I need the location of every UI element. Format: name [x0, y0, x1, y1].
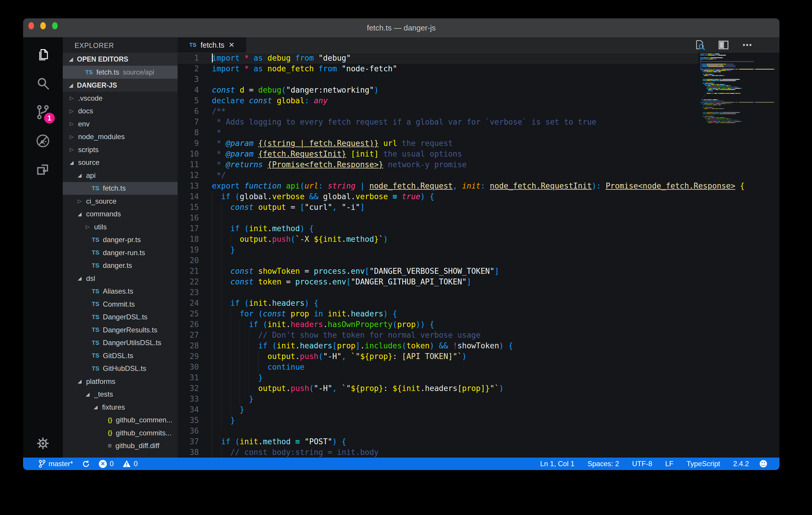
tree-item-github-commen-[interactable]: {}github_commen... — [63, 414, 178, 427]
code-line-21[interactable]: 21const showToken = process.env["DANGER_… — [178, 266, 779, 277]
split-editor-icon[interactable] — [718, 39, 729, 51]
code-line-6[interactable]: 6/** — [178, 106, 779, 117]
code-line-25[interactable]: 25for (const prop in init.headers) { — [178, 308, 779, 319]
tree-item-gitdsl-ts[interactable]: TSGitDSL.ts — [63, 349, 178, 362]
tree-item-label: utils — [94, 223, 107, 231]
explorer-icon[interactable] — [29, 40, 57, 69]
search-icon[interactable] — [29, 69, 57, 98]
tab-close-icon[interactable]: ✕ — [228, 41, 234, 49]
code-line-30[interactable]: 30continue — [178, 362, 779, 372]
tree-item-fixtures[interactable]: ◢fixtures — [63, 401, 178, 414]
tree-item-label: github_commen... — [116, 416, 173, 424]
status-item-1[interactable]: Spaces: 2 — [587, 460, 619, 468]
code-line-23[interactable]: 23 — [178, 287, 779, 298]
code-line-38[interactable]: 38// const body:string = init.body — [178, 447, 779, 458]
status-item-5[interactable]: 2.4.2 — [733, 460, 749, 468]
tree-item-fetch-ts[interactable]: TSfetch.ts — [63, 182, 178, 195]
code-line-35[interactable]: 35} — [178, 415, 779, 426]
code-line-13[interactable]: 13export function api(url: string | node… — [178, 180, 779, 191]
tree-item-dangerdsl-ts[interactable]: TSDangerDSL.ts — [63, 311, 178, 324]
tree-item-github-diff-diff[interactable]: ≡github_diff.diff — [63, 439, 178, 453]
tree-item-dangerresults-ts[interactable]: TSDangerResults.ts — [63, 323, 178, 337]
tree-item-node-modules[interactable]: ▷node_modules — [63, 131, 178, 144]
tree-item-scripts[interactable]: ▷scripts — [63, 143, 178, 156]
open-editors-header[interactable]: ◢ OPEN EDITORS — [63, 53, 178, 66]
tree-item-source[interactable]: ◢source — [63, 156, 178, 169]
code-line-14[interactable]: 14if (global.verbose && global.verbose ≡… — [178, 191, 779, 202]
code-line-12[interactable]: 12 */ — [178, 170, 779, 180]
tree-item--vscode[interactable]: ▷.vscode — [63, 92, 178, 105]
tree-item-githubdsl-ts[interactable]: TSGitHubDSL.ts — [63, 362, 178, 375]
errors-status[interactable]: ✕ 0 — [99, 460, 114, 468]
tree-item--tests[interactable]: ◢_tests — [63, 388, 178, 401]
code-line-15[interactable]: 15const output = ["curl", "-i"] — [178, 202, 779, 212]
tree-item-aliases-ts[interactable]: TSAliases.ts — [63, 285, 178, 298]
source-control-icon[interactable]: 1 — [29, 98, 57, 126]
tree-item-ci-source[interactable]: ▷ci_source — [63, 195, 178, 208]
code-line-19[interactable]: 19} — [178, 245, 779, 255]
close-window-button[interactable] — [28, 22, 34, 29]
code-line-33[interactable]: 33} — [178, 394, 779, 404]
code-line-28[interactable]: 28if (init.headers[prop].includes(token)… — [178, 340, 779, 351]
status-item-2[interactable]: UTF-8 — [632, 460, 652, 468]
minimize-window-button[interactable] — [40, 22, 46, 29]
code-line-17[interactable]: 17if (init.method) { — [178, 223, 779, 234]
code-line-8[interactable]: 8 * — [178, 127, 779, 138]
tree-item-docs[interactable]: ▷docs — [63, 105, 178, 118]
code-line-32[interactable]: 32output.push("-H", `"${prop}: ${init.he… — [178, 383, 779, 394]
tree-item-danger-run-ts[interactable]: TSdanger-run.ts — [63, 246, 178, 259]
file-tree: ▷.vscode▷docs▷env▷node_modules▷scripts◢s… — [63, 92, 178, 458]
code-line-26[interactable]: 26if (init.headers.hasOwnProperty(prop))… — [178, 319, 779, 330]
code-line-2[interactable]: 2import * as node_fetch from "node-fetch… — [178, 63, 779, 74]
status-item-4[interactable]: TypeScript — [687, 460, 720, 468]
open-changes-icon[interactable] — [694, 39, 705, 51]
tree-item-danger-pr-ts[interactable]: TSdanger-pr.ts — [63, 233, 178, 247]
code-line-22[interactable]: 22const token = process.env["DANGER_GITH… — [178, 277, 779, 287]
settings-gear-icon[interactable] — [29, 429, 57, 458]
code-line-20[interactable]: 20 — [178, 255, 779, 266]
code-line-29[interactable]: 29output.push("-H", `"${prop}: [API TOKE… — [178, 351, 779, 362]
tree-item-commands[interactable]: ◢commands — [63, 208, 178, 221]
code-line-10[interactable]: 10 * @param {fetch.RequestInit} [init] t… — [178, 149, 779, 159]
extensions-icon[interactable] — [29, 155, 57, 184]
tree-item-dsl[interactable]: ◢dsl — [63, 272, 178, 285]
sync-icon[interactable] — [82, 460, 90, 468]
code-line-7[interactable]: 7 * Adds logging to every fetch request … — [178, 117, 779, 127]
zoom-window-button[interactable] — [52, 22, 58, 29]
code-line-11[interactable]: 11 * @returns {Promise<fetch.Response>} … — [178, 159, 779, 170]
status-item-3[interactable]: LF — [665, 460, 673, 468]
tree-item-github-commits-[interactable]: {}github_commits... — [63, 427, 178, 439]
code-line-4[interactable]: 4const d = debug("danger:networking") — [178, 85, 779, 95]
code-line-37[interactable]: 37if (init.method ≡ "POST") { — [178, 436, 779, 447]
debug-icon[interactable] — [29, 126, 57, 155]
code-editor[interactable]: 1import * as debug from "debug"2import *… — [178, 53, 779, 458]
code-line-5[interactable]: 5declare const global: any — [178, 95, 779, 106]
status-item-0[interactable]: Ln 1, Col 1 — [540, 460, 574, 468]
tree-item-env[interactable]: ▷env — [63, 117, 178, 131]
code-line-27[interactable]: 27// Don't show the token for normal ver… — [178, 330, 779, 340]
code-line-36[interactable]: 36 — [178, 426, 779, 436]
tab-fetch-ts[interactable]: TS fetch.ts ✕ — [178, 37, 246, 53]
code-line-31[interactable]: 31} — [178, 372, 779, 383]
more-actions-icon[interactable] — [742, 39, 753, 51]
code-line-18[interactable]: 18output.push(`-X ${init.method}`) — [178, 234, 779, 245]
title-bar[interactable]: fetch.ts — danger-js — [23, 18, 779, 37]
tree-item-danger-ts[interactable]: TSdanger.ts — [63, 259, 178, 272]
code-line-16[interactable]: 16 — [178, 212, 779, 223]
code-line-9[interactable]: 9 * @param {(string | fetch.Request)} ur… — [178, 138, 779, 149]
minimap[interactable] — [698, 53, 779, 126]
code-line-24[interactable]: 24if (init.headers) { — [178, 298, 779, 308]
code-line-1[interactable]: 1import * as debug from "debug" — [178, 53, 779, 63]
code-line-3[interactable]: 3 — [178, 74, 779, 85]
tree-item-api[interactable]: ◢api — [63, 169, 178, 182]
git-branch-status[interactable]: master* — [38, 459, 73, 468]
warnings-status[interactable]: 0 — [122, 460, 138, 468]
open-editor-item-fetch-ts[interactable]: TS fetch.ts source/api — [63, 66, 178, 79]
tree-item-utils[interactable]: ▷utils — [63, 221, 178, 233]
feedback-smiley-icon[interactable]: ☻ — [759, 459, 767, 469]
code-line-34[interactable]: 34} — [178, 404, 779, 415]
tree-item-dangerutilsdsl-ts[interactable]: TSDangerUtilsDSL.ts — [63, 337, 178, 349]
tree-item-commit-ts[interactable]: TSCommit.ts — [63, 298, 178, 311]
project-root-header[interactable]: ◢ DANGER-JS — [63, 79, 178, 92]
tree-item-platforms[interactable]: ◢platforms — [63, 375, 178, 388]
